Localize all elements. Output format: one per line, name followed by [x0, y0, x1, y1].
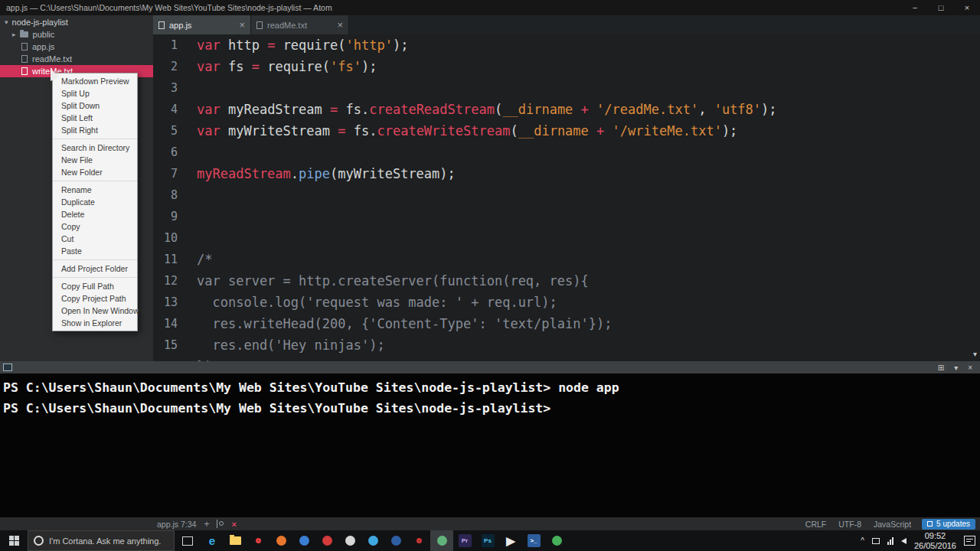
taskbar-skype-icon[interactable] — [361, 530, 384, 551]
code-line: 14 res.writeHead(200, {'Content-Type': '… — [153, 313, 980, 334]
project-name: node-js-playlist — [12, 18, 68, 27]
start-button[interactable] — [0, 530, 28, 551]
tab-readme-txt[interactable]: readMe.txt× — [251, 15, 349, 34]
tree-item-label: public — [33, 30, 55, 39]
code-line: 6 — [153, 142, 980, 163]
panel-collapse-icon[interactable]: ▾ — [954, 364, 958, 372]
scrollbar-down-arrow[interactable]: ▾ — [973, 350, 977, 358]
code-text: myReadStream.pipe(myWriteStream); — [191, 163, 456, 184]
taskbar-app-blue-1-icon[interactable] — [292, 530, 315, 551]
menu-item-show-in-explorer[interactable]: Show in Explorer — [53, 317, 137, 329]
menu-item-delete[interactable]: Delete — [53, 208, 137, 220]
taskbar-powershell-icon[interactable]: >_ — [522, 530, 545, 551]
app-glyph — [256, 538, 261, 543]
tab-close-icon[interactable]: × — [239, 19, 245, 31]
menu-item-copy[interactable]: Copy — [53, 220, 137, 233]
app-glyph — [391, 536, 401, 546]
status-crlf[interactable]: CRLF — [805, 520, 826, 529]
tray-app-icon[interactable] — [872, 538, 880, 544]
code-line: 10 — [153, 227, 980, 249]
volume-icon[interactable] — [901, 538, 906, 544]
taskbar-premiere-icon[interactable]: Pr — [453, 530, 476, 551]
code-line: 15 res.end('Hey ninjas'); — [153, 334, 980, 356]
menu-item-split-left[interactable]: Split Left — [53, 112, 137, 124]
task-view-button[interactable] — [175, 530, 201, 551]
action-center-icon[interactable] — [964, 536, 975, 546]
git-branch-icon[interactable] — [217, 520, 224, 528]
terminal-output[interactable]: PS C:\Users\Shaun\Documents\My Web Sites… — [0, 373, 980, 419]
line-number: 3 — [153, 77, 191, 99]
menu-item-split-right[interactable]: Split Right — [53, 124, 137, 136]
code-line: 1var http = require('http'); — [153, 34, 980, 56]
app-glyph: ▶ — [506, 535, 515, 546]
tab-app-js[interactable]: app.js× — [153, 15, 251, 34]
close-button[interactable]: × — [954, 0, 980, 15]
cortana-search[interactable]: I'm Cortana. Ask me anything. — [28, 530, 175, 551]
taskbar-file-explorer-icon[interactable] — [224, 530, 247, 551]
status-javascript[interactable]: JavaScript — [874, 520, 911, 529]
tree-item-readme-txt[interactable]: readMe.txt — [0, 53, 153, 65]
menu-item-add-project-folder[interactable]: Add Project Folder — [53, 262, 137, 275]
status-utf-8[interactable]: UTF-8 — [838, 520, 861, 529]
code-text: res.writeHead(200, {'Content-Type': 'tex… — [191, 313, 612, 334]
status-bar: app.js 7:34 + × CRLFUTF-8JavaScript 5 up… — [0, 517, 980, 530]
menu-item-rename[interactable]: Rename — [53, 184, 137, 196]
file-icon — [21, 55, 28, 63]
project-root-folder[interactable]: ▾ node-js-playlist — [0, 15, 153, 28]
code-text — [191, 184, 197, 206]
taskbar-atom-icon[interactable] — [430, 530, 453, 551]
add-icon[interactable]: + — [204, 519, 209, 530]
code-line: 11/* — [153, 249, 980, 270]
line-number: 12 — [153, 270, 191, 292]
code-editor[interactable]: 1var http = require('http');2var fs = re… — [153, 34, 980, 361]
tree-item-app-js[interactable]: app.js — [0, 41, 153, 53]
app-glyph — [276, 536, 286, 546]
taskbar-opera-icon[interactable] — [247, 530, 270, 551]
file-icon — [21, 67, 28, 75]
panel-close-icon[interactable]: × — [968, 364, 972, 372]
menu-item-split-down[interactable]: Split Down — [53, 99, 137, 112]
taskbar-photoshop-icon[interactable]: Ps — [476, 530, 499, 551]
taskbar-app-blue-2-icon[interactable] — [384, 530, 407, 551]
updates-badge[interactable]: 5 updates — [922, 519, 975, 530]
menu-item-cut[interactable]: Cut — [53, 233, 137, 245]
line-number: 8 — [153, 184, 191, 206]
taskbar-firefox-icon[interactable] — [270, 530, 292, 551]
menu-item-markdown-preview[interactable]: Markdown Preview — [53, 75, 137, 87]
menu-item-open-in-new-window[interactable]: Open In New Window — [53, 305, 137, 317]
taskbar-app-green-1-icon[interactable] — [545, 530, 568, 551]
menu-item-copy-full-path[interactable]: Copy Full Path — [53, 280, 137, 292]
code-lines: 1var http = require('http');2var fs = re… — [153, 34, 980, 361]
code-text — [191, 206, 197, 227]
menu-item-copy-project-path[interactable]: Copy Project Path — [53, 292, 137, 305]
network-icon[interactable] — [887, 537, 893, 545]
app-glyph — [230, 536, 241, 545]
menu-item-paste[interactable]: Paste — [53, 245, 137, 257]
taskbar-app-red-1-icon[interactable] — [315, 530, 338, 551]
windows-logo-icon — [9, 536, 19, 546]
error-icon[interactable]: × — [231, 520, 236, 529]
menu-item-search-in-directory[interactable]: Search in Directory — [53, 142, 137, 154]
minimize-button[interactable]: − — [902, 0, 928, 15]
maximize-button[interactable]: □ — [928, 0, 954, 15]
menu-item-new-file[interactable]: New File — [53, 154, 137, 166]
status-segments: CRLFUTF-8JavaScript — [805, 520, 911, 529]
menu-separator — [53, 181, 137, 181]
menu-item-split-up[interactable]: Split Up — [53, 87, 137, 99]
line-number: 1 — [153, 34, 191, 56]
tab-close-icon[interactable]: × — [337, 19, 343, 31]
menu-item-new-folder[interactable]: New Folder — [53, 166, 137, 178]
taskbar-edge-icon[interactable]: e — [201, 530, 224, 551]
menu-item-duplicate[interactable]: Duplicate — [53, 196, 137, 208]
hidden-icons-chevron[interactable]: ^ — [861, 536, 864, 545]
terminal-icon — [3, 364, 12, 371]
tree-item-public[interactable]: ▸public — [0, 28, 153, 41]
taskbar-movies-tv-icon[interactable]: ▶ — [499, 530, 522, 551]
panel-maximize-icon[interactable]: ⊞ — [938, 364, 944, 372]
taskbar-apps: ePrPs▶>_ — [201, 530, 568, 551]
taskbar-clock[interactable]: 09:52 26/05/2016 — [914, 531, 956, 550]
taskbar-app-red-2-icon[interactable] — [407, 530, 430, 551]
taskbar-app-gray-1-icon[interactable] — [338, 530, 361, 551]
chevron-down-icon: ▾ — [5, 18, 8, 26]
line-number: 13 — [153, 292, 191, 313]
